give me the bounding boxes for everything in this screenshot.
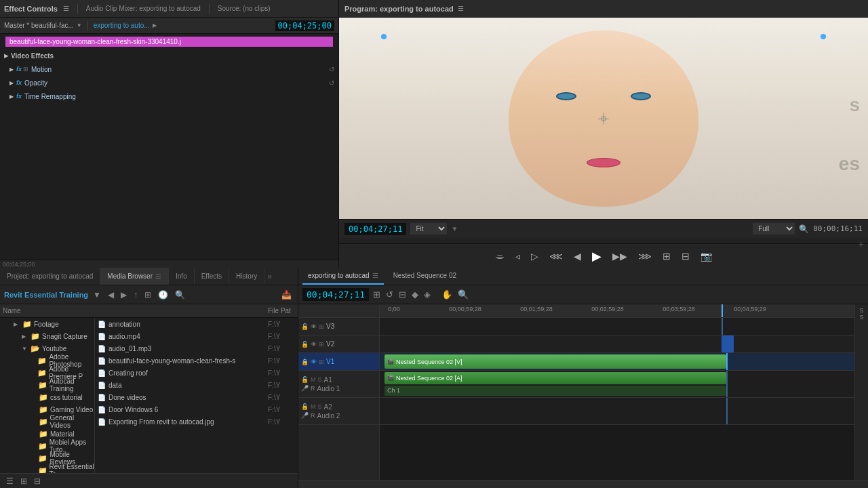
motion-reset-icon[interactable]: ↺	[329, 66, 334, 73]
go-next-button[interactable]: ⋙	[635, 249, 654, 263]
tab-project[interactable]: Project: exporting to autocad	[0, 268, 100, 285]
icon-view-btn[interactable]: ⊞	[18, 475, 29, 487]
a2-lock-btn[interactable]: 🔓	[301, 403, 309, 410]
youtube-expand-icon[interactable]: ▼	[22, 346, 28, 352]
opacity-label[interactable]: Opacity	[24, 79, 47, 87]
ripple-edit-btn[interactable]: ⊞	[372, 288, 382, 301]
add-to-timeline-button[interactable]: +	[859, 239, 864, 249]
tab-media-browser[interactable]: Media Browser ☰	[100, 268, 169, 285]
step-back-button[interactable]: ◀	[571, 249, 584, 263]
revit-dropdown[interactable]: ▼	[91, 289, 103, 301]
folder-general[interactable]: 📁 General Videos	[0, 415, 94, 428]
file-annotation[interactable]: 📄 annotation F:\Y	[95, 318, 298, 330]
clip-nested-v[interactable]: 🎬 Nested Sequence 02 [V]	[384, 354, 726, 369]
nav-back-btn[interactable]: ◀	[106, 289, 116, 301]
seq-tab-nested[interactable]: Nested Sequence 02	[388, 268, 462, 285]
clip-dropdown-icon[interactable]: ▶	[153, 22, 157, 28]
a2-mute-btn[interactable]: M	[311, 403, 316, 410]
slip-btn[interactable]: ◈	[422, 288, 432, 301]
a1-solo-btn[interactable]: S	[318, 376, 322, 383]
file-creating-roof[interactable]: 📄 Creating roof F:\Y	[95, 367, 298, 379]
seq-tab-menu[interactable]: ☰	[372, 272, 378, 279]
search-icon[interactable]: 🔍	[173, 289, 187, 301]
folder-css[interactable]: 📁 css tutorial	[0, 391, 94, 403]
overwrite-button[interactable]: ⊟	[679, 249, 692, 263]
v3-sync-btn[interactable]: ⊞	[319, 323, 324, 330]
v3-visibility-btn[interactable]: 👁	[311, 323, 317, 330]
v1-visibility-btn[interactable]: 👁	[311, 359, 317, 365]
file-done-videos[interactable]: 📄 Done videos F:\Y	[95, 391, 298, 403]
handle-tl[interactable]	[381, 34, 387, 39]
mark-in-button[interactable]: ⌯	[492, 249, 507, 263]
opacity-expand[interactable]: ▶	[9, 80, 14, 86]
list-view-btn[interactable]: ☰	[4, 475, 16, 487]
v2-sync-btn[interactable]: ⊞	[319, 341, 324, 348]
zoom-btn[interactable]: 🔍	[456, 288, 470, 301]
folder-revit[interactable]: 📁 Revit Essential Tr	[0, 464, 94, 473]
panel-expand-icon[interactable]: »	[267, 272, 272, 281]
go-prev-button[interactable]: ⋘	[547, 249, 566, 263]
a1-mute-btn[interactable]: M	[311, 376, 316, 383]
v3-lock-btn[interactable]: 🔓	[301, 323, 309, 330]
fit-dropdown-icon[interactable]: ▼	[451, 225, 458, 232]
file-door-windows[interactable]: 📄 Door Windows 6 F:\Y	[95, 403, 298, 415]
export-frame-button[interactable]: 📷	[698, 249, 715, 263]
media-browser-menu-icon[interactable]: ☰	[155, 272, 161, 280]
snagit-expand-icon[interactable]: ▶	[22, 333, 28, 340]
file-audio-mp4[interactable]: 📄 audio.mp4 F:\Y	[95, 330, 298, 342]
import-btn[interactable]: 📥	[279, 289, 294, 301]
step-fwd-button[interactable]: ▶▶	[610, 249, 630, 263]
time-remapping-label[interactable]: Time Remapping	[24, 93, 76, 100]
opacity-reset-icon[interactable]: ↺	[329, 79, 334, 87]
magnifier-icon[interactable]: 🔍	[799, 224, 809, 234]
timeline-scrollbar[interactable]	[298, 480, 868, 488]
file-audio-01-mp3[interactable]: 📄 audio_01.mp3 F:\Y	[95, 342, 298, 354]
v2-lock-btn[interactable]: 🔓	[301, 341, 309, 348]
razor-btn[interactable]: ◆	[410, 288, 420, 301]
master-dropdown-icon[interactable]: ▼	[77, 22, 82, 28]
clip-selector[interactable]: exporting to auto...	[94, 22, 150, 29]
play-button[interactable]: ▶	[589, 247, 604, 265]
folder-autocad[interactable]: 📁 Autocad Training	[0, 379, 94, 391]
quality-select[interactable]: Full Half Quarter	[753, 223, 795, 235]
freeform-view-btn[interactable]: ⊟	[32, 475, 43, 487]
clip-nested-a[interactable]: 🎬 Nested Sequence 02 [A]	[384, 372, 726, 384]
seq-tab-main[interactable]: exporting to autocad ☰	[302, 268, 384, 285]
filter-btn[interactable]: ⊞	[142, 289, 153, 301]
insert-button[interactable]: ⊞	[660, 249, 673, 263]
v2-select-box[interactable]	[722, 336, 734, 352]
goto-in-button[interactable]: ▷	[528, 249, 541, 263]
effect-controls-menu-icon[interactable]: ☰	[63, 5, 69, 12]
rate-stretch-btn[interactable]: ⊟	[397, 288, 408, 301]
rolling-edit-btn[interactable]: ↺	[384, 288, 395, 301]
file-data[interactable]: 📄 data F:\Y	[95, 379, 298, 391]
revit-label[interactable]: Revit Essential Training	[4, 291, 88, 299]
mobiel-folder-icon: 📁	[38, 442, 47, 451]
v1-lock-btn[interactable]: 🔒	[301, 359, 309, 365]
v2-visibility-btn[interactable]: 👁	[311, 341, 317, 348]
file-exporting-revit[interactable]: 📄 Exporting From revit to autocad.jpg F:…	[95, 415, 298, 428]
nav-up-btn[interactable]: ↑	[132, 289, 140, 301]
v1-sync-btn[interactable]: ⊞	[319, 359, 324, 365]
video-effects-expand[interactable]: ▶	[4, 53, 8, 59]
footage-expand-icon[interactable]: ▶	[14, 321, 20, 327]
motion-label[interactable]: Motion	[31, 66, 52, 73]
tab-effects[interactable]: Effects	[195, 268, 229, 285]
program-menu-icon[interactable]: ☰	[458, 5, 464, 12]
a2-solo-btn[interactable]: S	[318, 403, 322, 410]
playhead[interactable]	[722, 304, 723, 317]
hand-btn[interactable]: ✋	[440, 288, 454, 301]
tab-info[interactable]: Info	[169, 268, 195, 285]
recent-btn[interactable]: 🕐	[156, 289, 170, 301]
a1-lock-btn[interactable]: 🔓	[301, 376, 309, 383]
folder-snagit[interactable]: ▶ 📁 Snagit Capture	[0, 330, 94, 342]
motion-expand[interactable]: ▶	[9, 66, 14, 73]
nav-fwd-btn[interactable]: ▶	[119, 289, 129, 301]
mark-out-button[interactable]: ◃	[513, 249, 523, 263]
fit-select[interactable]: Fit 25% 50% 100%	[410, 223, 447, 235]
file-face-image[interactable]: 📄 beautiful-face-young-woman-clean-fresh…	[95, 354, 298, 367]
time-remapping-expand[interactable]: ▶	[9, 94, 14, 100]
folder-footage[interactable]: ▶ 📁 Footage	[0, 318, 94, 330]
handle-tr[interactable]	[821, 34, 826, 39]
tab-history[interactable]: History	[229, 268, 264, 285]
